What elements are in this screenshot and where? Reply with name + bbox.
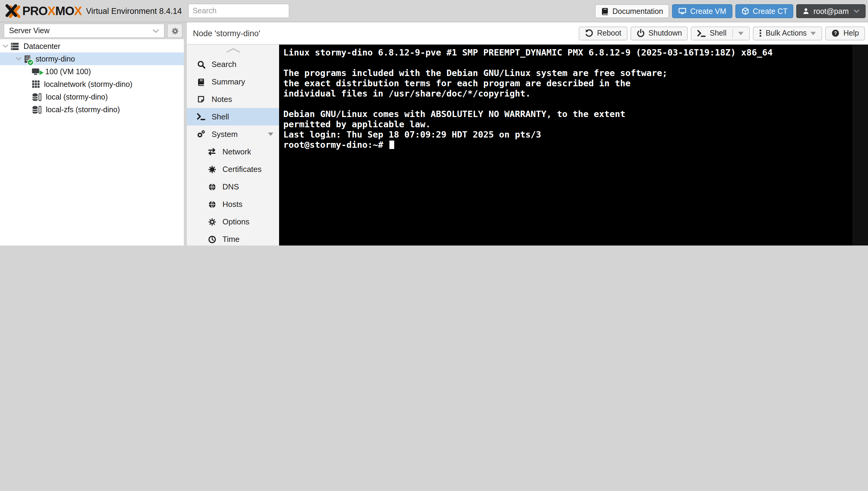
menu-item-dns[interactable]: DNS bbox=[187, 178, 279, 196]
shutdown-button[interactable]: Shutdown bbox=[630, 26, 688, 40]
menu-item-label: Hosts bbox=[222, 200, 242, 209]
notes-icon bbox=[197, 95, 205, 104]
help-button[interactable]: ?Help bbox=[826, 26, 865, 40]
create-vm-label: Create VM bbox=[690, 7, 726, 16]
documentation-label: Documentation bbox=[613, 7, 663, 16]
proxmox-app: PROXMOX Virtual Environment 8.4.14 Docum… bbox=[0, 0, 868, 246]
node-content: Node 'stormy-dino' RebootShutdownShellBu… bbox=[187, 22, 868, 246]
reboot-label: Reboot bbox=[597, 29, 621, 37]
menu-item-system[interactable]: System bbox=[187, 125, 279, 143]
shell-button[interactable]: Shell bbox=[691, 26, 750, 40]
gear-icon bbox=[171, 27, 179, 35]
reboot-button[interactable]: Reboot bbox=[579, 26, 627, 40]
menu-item-search[interactable]: Search bbox=[187, 56, 279, 73]
create-vm-button[interactable]: Create VM bbox=[672, 4, 733, 18]
shutdown-icon bbox=[637, 29, 645, 37]
online-check-icon bbox=[27, 59, 34, 65]
view-selector-value: Server View bbox=[9, 27, 50, 35]
tree-item-localnetwork-stormy-dino[interactable]: localnetwork (stormy-dino) bbox=[0, 78, 184, 90]
wordmark-segment: X bbox=[48, 4, 56, 17]
menu-item-options[interactable]: Options bbox=[187, 213, 279, 230]
menu-item-label: Options bbox=[222, 217, 250, 226]
create-ct-label: Create CT bbox=[753, 7, 787, 16]
node-title: Node 'stormy-dino' bbox=[193, 29, 260, 38]
chevron-down-icon bbox=[738, 31, 744, 35]
resource-tree: Datacenterstormy-dino100 (VM 100)localne… bbox=[0, 39, 184, 116]
node-header: Node 'stormy-dino' RebootShutdownShellBu… bbox=[187, 22, 868, 45]
menu-item-notes[interactable]: Notes bbox=[187, 90, 279, 108]
clock-icon bbox=[208, 235, 216, 243]
terminal-line: Debian GNU/Linux comes with ABSOLUTELY N… bbox=[283, 109, 852, 119]
network-grid-icon bbox=[31, 80, 40, 89]
tree-item-label: stormy-dino bbox=[36, 55, 75, 63]
sidebar-settings-button[interactable] bbox=[167, 24, 183, 38]
wordmark-segment: MO bbox=[55, 4, 74, 17]
caret-down-icon[interactable] bbox=[268, 132, 274, 136]
menu-item-shell[interactable]: Shell bbox=[187, 108, 279, 125]
gear-icon bbox=[208, 218, 216, 226]
menu-item-label: Search bbox=[212, 60, 236, 69]
tree-item-stormy-dino[interactable]: stormy-dino bbox=[0, 53, 184, 65]
menu-item-time[interactable]: Time bbox=[187, 230, 279, 246]
monitor-icon bbox=[678, 7, 687, 15]
documentation-button[interactable]: Documentation bbox=[595, 4, 669, 18]
menu-item-label: Certificates bbox=[222, 165, 261, 174]
resource-sidebar: Server View Datacenterstormy-dino100 (VM… bbox=[0, 22, 184, 246]
menu-item-label: Network bbox=[222, 147, 251, 156]
menu-item-hosts[interactable]: Hosts bbox=[187, 196, 279, 213]
node-body: SearchSummaryNotesShellSystemNetworkCert… bbox=[187, 45, 868, 246]
help-icon: ? bbox=[832, 29, 840, 37]
menu-item-label: Notes bbox=[212, 95, 232, 104]
bulk-actions-label: Bulk Actions bbox=[766, 29, 807, 37]
certificate-icon bbox=[208, 165, 216, 173]
tree-item-label: localnetwork (stormy-dino) bbox=[44, 80, 132, 88]
shell-label: Shell bbox=[710, 29, 727, 37]
menu-item-certificates[interactable]: Certificates bbox=[187, 161, 279, 178]
button-divider bbox=[733, 29, 733, 38]
user-label: root@pam bbox=[813, 7, 849, 16]
menu-item-summary[interactable]: Summary bbox=[187, 73, 279, 90]
node-menu-items: SearchSummaryNotesShellSystemNetworkCert… bbox=[187, 56, 279, 246]
app-version-title: Virtual Environment 8.4.14 bbox=[86, 6, 182, 16]
tree-item-local-stormy-dino[interactable]: local (stormy-dino) bbox=[0, 90, 184, 103]
search-icon bbox=[197, 60, 205, 68]
create-ct-button[interactable]: Create CT bbox=[735, 4, 794, 18]
tree-expander-icon[interactable] bbox=[14, 57, 23, 61]
tree-item-100-vm-100[interactable]: 100 (VM 100) bbox=[0, 65, 184, 78]
global-search-input[interactable] bbox=[188, 4, 289, 18]
menu-item-label: System bbox=[212, 130, 238, 139]
tree-item-local-zfs-stormy-dino[interactable]: local-zfs (stormy-dino) bbox=[0, 103, 184, 116]
tree-expander-icon[interactable] bbox=[1, 44, 10, 48]
tree-item-label: 100 (VM 100) bbox=[45, 67, 91, 76]
reboot-icon bbox=[585, 29, 593, 37]
menu-item-label: Summary bbox=[212, 77, 245, 86]
storage-icon bbox=[31, 105, 42, 114]
chevron-up-icon bbox=[225, 47, 241, 53]
menu-item-label: DNS bbox=[222, 182, 239, 191]
shell-terminal[interactable]: Linux stormy-dino 6.8.12-9-pve #1 SMP PR… bbox=[279, 45, 868, 246]
svg-text:?: ? bbox=[834, 30, 837, 36]
running-play-icon bbox=[39, 68, 44, 77]
terminal-prompt-line: root@stormy-dino:~# bbox=[283, 140, 852, 150]
terminal-line: Linux stormy-dino 6.8.12-9-pve #1 SMP PR… bbox=[283, 48, 852, 58]
node-actions: RebootShutdownShellBulk Actions?Help bbox=[579, 26, 865, 40]
terminal-line: the exact distribution terms for each pr… bbox=[283, 79, 852, 89]
terminal-icon bbox=[697, 29, 706, 37]
wordmark-segment: PRO bbox=[22, 4, 48, 17]
terminal-screen[interactable]: Linux stormy-dino 6.8.12-9-pve #1 SMP PR… bbox=[279, 45, 852, 246]
terminal-line bbox=[283, 99, 852, 109]
datacenter-icon bbox=[10, 41, 20, 51]
tree-item-datacenter[interactable]: Datacenter bbox=[0, 40, 184, 53]
menu-item-network[interactable]: Network bbox=[187, 143, 279, 161]
help-label: Help bbox=[844, 29, 859, 37]
menu-item-label: Shell bbox=[212, 112, 229, 121]
user-icon bbox=[803, 7, 810, 15]
user-menu-button[interactable]: root@pam bbox=[797, 4, 866, 18]
menu-scroll-up[interactable] bbox=[187, 45, 279, 56]
bulk-actions-button[interactable]: Bulk Actions bbox=[753, 26, 822, 40]
cube-icon bbox=[741, 7, 749, 15]
app-header: PROXMOX Virtual Environment 8.4.14 Docum… bbox=[0, 0, 868, 22]
view-selector[interactable]: Server View bbox=[4, 24, 164, 38]
terminal-line: permitted by applicable law. bbox=[283, 119, 852, 130]
system-gears-icon bbox=[196, 130, 206, 139]
